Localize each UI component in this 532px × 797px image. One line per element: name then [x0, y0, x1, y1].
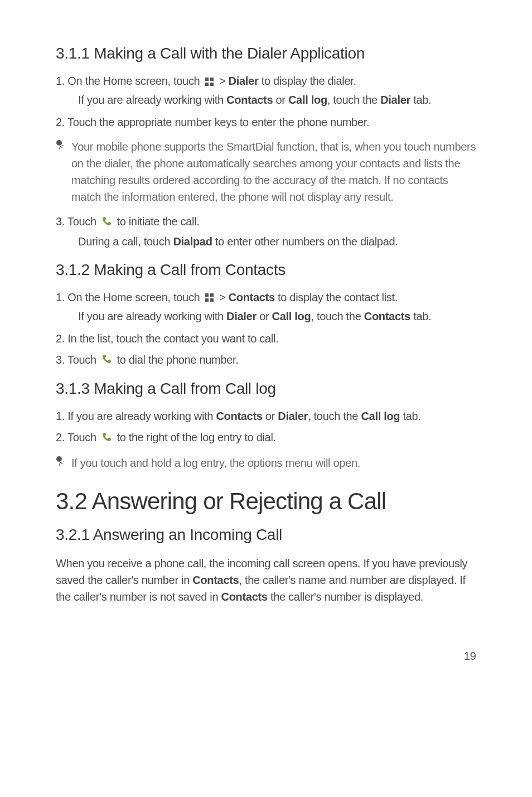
- step-indent: During a call, touch Dialpad to enter ot…: [78, 233, 476, 250]
- step-text: 1. On the Home screen, touch: [56, 75, 203, 87]
- heading-3-1-1: 3.1.1 Making a Call with the Dialer Appl…: [56, 45, 476, 62]
- step-text: to dial the phone number.: [117, 354, 238, 366]
- document-page: 3.1.1 Making a Call with the Dialer Appl…: [0, 0, 532, 685]
- contacts-bold: Contacts: [364, 310, 410, 322]
- dialer-bold: Dialer: [278, 410, 308, 422]
- note-3-1-1: Your mobile phone supports the SmartDial…: [56, 138, 476, 205]
- steps-3-1-1-cont: 3. Touch to initiate the call. During a …: [56, 213, 476, 250]
- call-log-bold: Call log: [361, 410, 400, 422]
- indent-text: , touch the: [327, 94, 380, 106]
- step-text: tab.: [400, 410, 420, 422]
- apps-icon: [205, 293, 214, 302]
- indent-text: tab.: [410, 310, 431, 322]
- dialer-bold: Dialer: [380, 94, 410, 106]
- phone-icon: [101, 214, 112, 231]
- step-3-1-1-1: 1. On the Home screen, touch > Dialer to…: [56, 73, 476, 108]
- indent-text: , touch the: [311, 310, 364, 322]
- indent-text: or: [257, 310, 272, 322]
- heading-3-2-1: 3.2.1 Answering an Incoming Call: [56, 526, 476, 544]
- step-3-1-2-2: 2. In the list, touch the contact you wa…: [56, 330, 476, 347]
- step-3-1-2-1: 1. On the Home screen, touch > Contacts …: [56, 289, 476, 325]
- step-text: >: [219, 75, 229, 87]
- note-icon: [56, 456, 66, 469]
- indent-text: If you are already working with: [78, 94, 226, 106]
- step-3-1-3-2: 2. Touch to the right of the log entry t…: [56, 429, 476, 447]
- note-text: If you touch and hold a log entry, the o…: [71, 455, 360, 471]
- step-text: 3. Touch: [56, 354, 99, 366]
- dialer-bold: Dialer: [226, 310, 257, 322]
- note-3-1-3: If you touch and hold a log entry, the o…: [56, 455, 476, 471]
- step-text: , touch the: [308, 410, 361, 422]
- step-text: to display the dialer.: [258, 75, 356, 87]
- para-3-2-1: When you receive a phone call, the incom…: [56, 555, 476, 605]
- contacts-bold: Contacts: [229, 291, 275, 303]
- note-icon: [56, 139, 66, 153]
- para-text: the caller's number is displayed.: [268, 591, 423, 603]
- step-text: to display the contact list.: [275, 291, 398, 303]
- indent-text: During a call, touch: [78, 235, 173, 248]
- contacts-bold: Contacts: [216, 410, 262, 422]
- page-number: 19: [56, 650, 476, 663]
- heading-3-2: 3.2 Answering or Rejecting a Call: [56, 488, 476, 515]
- contacts-bold: Contacts: [221, 591, 268, 603]
- step-3-1-1-3: 3. Touch to initiate the call. During a …: [56, 213, 476, 250]
- step-text: to the right of the log entry to dial.: [117, 431, 275, 443]
- steps-3-1-3: 1. If you are already working with Conta…: [56, 408, 476, 447]
- indent-text: If you are already working with: [78, 310, 226, 322]
- step-indent: If you are already working with Dialer o…: [78, 308, 476, 325]
- step-text: 3. Touch: [56, 215, 99, 228]
- step-text: 2. Touch: [56, 431, 99, 443]
- phone-icon: [101, 352, 112, 369]
- step-3-1-2-3: 3. Touch to dial the phone number.: [56, 351, 476, 369]
- step-text: 1. On the Home screen, touch: [56, 291, 203, 303]
- contacts-bold: Contacts: [226, 94, 273, 106]
- apps-icon: [205, 78, 214, 86]
- indent-text: to enter other numbers on the dialpad.: [212, 235, 398, 248]
- steps-3-1-2: 1. On the Home screen, touch > Contacts …: [56, 289, 476, 369]
- contacts-bold: Contacts: [192, 574, 239, 586]
- step-text: to initiate the call.: [117, 215, 199, 228]
- indent-text: or: [273, 94, 288, 106]
- heading-3-1-2: 3.1.2 Making a Call from Contacts: [56, 261, 476, 279]
- indent-text: tab.: [410, 94, 431, 106]
- step-text: 1. If you are already working with: [56, 410, 216, 422]
- step-indent: If you are already working with Contacts…: [78, 91, 476, 108]
- step-text: or: [263, 410, 278, 422]
- step-text: >: [219, 291, 229, 303]
- call-log-bold: Call log: [272, 310, 311, 322]
- steps-3-1-1: 1. On the Home screen, touch > Dialer to…: [56, 73, 476, 131]
- dialer-bold: Dialer: [229, 75, 259, 87]
- note-text: Your mobile phone supports the SmartDial…: [71, 138, 476, 205]
- dialpad-bold: Dialpad: [173, 235, 212, 248]
- step-3-1-1-2: 2. Touch the appropriate number keys to …: [56, 114, 476, 131]
- heading-3-1-3: 3.1.3 Making a Call from Call log: [56, 380, 476, 398]
- call-log-bold: Call log: [288, 94, 327, 106]
- phone-icon: [101, 430, 112, 447]
- step-3-1-3-1: 1. If you are already working with Conta…: [56, 408, 476, 424]
